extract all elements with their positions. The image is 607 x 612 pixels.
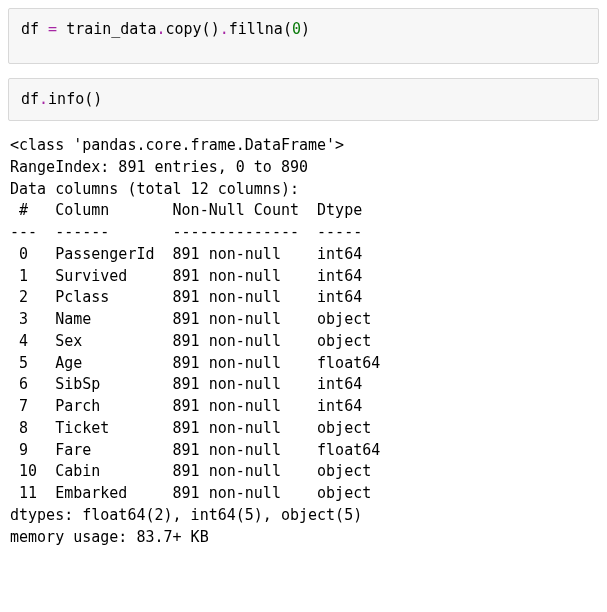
code-token: train_data [57,20,156,38]
code-token: 0 [292,20,301,38]
code-token: . [156,20,165,38]
code-token: fillna( [229,20,292,38]
code-token: copy() [166,20,220,38]
code-token: . [39,90,48,108]
code-token: df [21,20,48,38]
input-cell-1[interactable]: df = train_data.copy().fillna(0) [8,8,599,64]
code-token: info() [48,90,102,108]
input-cell-2[interactable]: df.info() [8,78,599,121]
output-text: <class 'pandas.core.frame.DataFrame'> Ra… [8,135,599,548]
code-token: . [220,20,229,38]
code-token: = [48,20,57,38]
code-token: ) [301,20,310,38]
code-token: df [21,90,39,108]
